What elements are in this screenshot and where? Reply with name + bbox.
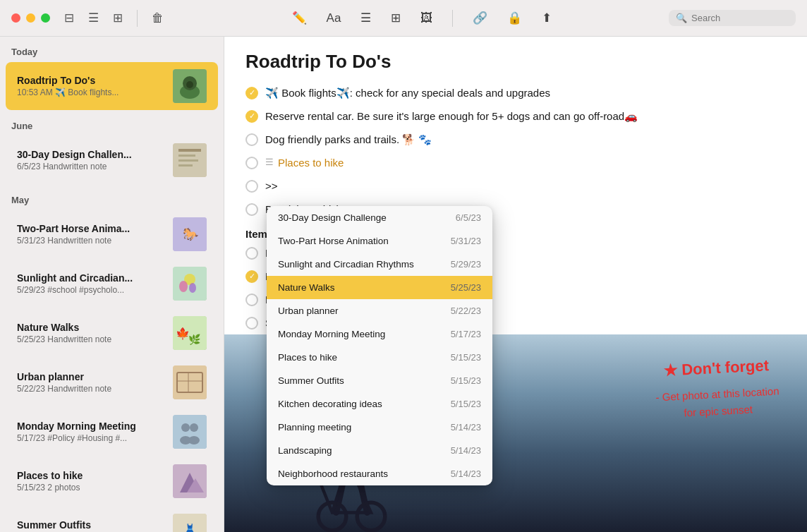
lock-icon[interactable]: 🔒 bbox=[504, 8, 525, 28]
hike-link[interactable]: Places to hike bbox=[278, 155, 344, 170]
todo-item-1: ✓ ✈️ Book flights✈️: check for any speci… bbox=[245, 85, 786, 100]
sidebar-item-horse[interactable]: Two-Part Horse Anima... 5/31/23 Handwrit… bbox=[6, 210, 218, 258]
dropdown-item-title: Neighborhood restaurants bbox=[278, 468, 388, 479]
search-input[interactable] bbox=[691, 13, 789, 23]
dropdown-item-date: 5/15/23 bbox=[451, 375, 481, 386]
main-layout: Today Roadtrip To Do's 10:53 AM ✈️ Book … bbox=[0, 37, 807, 532]
title-bar: ⊟ ☰ ⊞ 🗑 ✏️ Aa ☰ ⊞ 🖼 🔗 🔒 ⬆ 🔍 bbox=[0, 0, 807, 37]
note-info: Places to hike 5/15/23 2 photos bbox=[17, 470, 164, 492]
dropdown-item-2[interactable]: Sunlight and Circadian Rhythms 5/29/23 bbox=[267, 253, 492, 276]
list-view-icon[interactable]: ☰ bbox=[85, 8, 102, 28]
note-title: Places to hike bbox=[17, 470, 164, 481]
table-icon[interactable]: ⊞ bbox=[388, 8, 404, 28]
sidebar-item-nature-walks[interactable]: Nature Walks 5/25/23 Handwritten note 🍁🌿 bbox=[6, 309, 218, 357]
dropdown-item-title: Kitchen decorating ideas bbox=[278, 399, 382, 409]
list-icon: ☰ bbox=[265, 156, 274, 169]
dropdown-item-6[interactable]: Places to hike 5/15/23 bbox=[267, 346, 492, 369]
svg-point-33 bbox=[318, 502, 346, 531]
svg-text:👗: 👗 bbox=[181, 523, 199, 532]
note-subtitle: 5/29/23 #school #psycholo... bbox=[17, 285, 164, 295]
dropdown-item-4[interactable]: Urban planner 5/22/23 bbox=[267, 299, 492, 322]
todo-text: Reserve rental car. Be sure it's large e… bbox=[265, 109, 638, 123]
note-thumbnail bbox=[173, 69, 207, 103]
collaborate-icon[interactable]: 🔗 bbox=[470, 8, 490, 28]
note-thumbnail bbox=[173, 415, 207, 449]
todo-checkbox[interactable]: ✓ bbox=[245, 270, 258, 283]
share-icon[interactable]: ⬆ bbox=[539, 8, 554, 28]
note-info: Two-Part Horse Anima... 5/31/23 Handwrit… bbox=[17, 223, 164, 246]
note-subtitle: 5/15/23 2 photos bbox=[17, 483, 164, 492]
svg-point-34 bbox=[357, 502, 385, 531]
dropdown-item-title: Two-Part Horse Animation bbox=[278, 236, 389, 246]
todo-text: ✈️ Book flights✈️: check for any special… bbox=[265, 85, 550, 100]
sidebar-item-sunlight[interactable]: Sunlight and Circadian... 5/29/23 #schoo… bbox=[6, 260, 218, 308]
dropdown-item-1[interactable]: Two-Part Horse Animation 5/31/23 bbox=[267, 229, 492, 253]
note-thumbnail bbox=[173, 267, 207, 301]
new-note-icon[interactable]: ✏️ bbox=[289, 8, 310, 28]
note-subtitle: 5/17/23 #Policy #Housing #... bbox=[17, 433, 164, 443]
dropdown-item-title: Nature Walks bbox=[278, 282, 335, 293]
font-icon[interactable]: Aa bbox=[324, 8, 344, 28]
dropdown-item-8[interactable]: Kitchen decorating ideas 5/15/23 bbox=[267, 392, 492, 416]
note-subtitle: 6/5/23 Handwritten note bbox=[17, 162, 164, 171]
todo-text-link-wrapper: ☰ Places to hike bbox=[265, 155, 344, 170]
dropdown-item-date: 5/14/23 bbox=[451, 468, 481, 479]
dropdown-item-date: 5/29/23 bbox=[451, 259, 481, 270]
svg-rect-6 bbox=[178, 155, 195, 157]
dropdown-item-9[interactable]: Planning meeting 5/14/23 bbox=[267, 416, 492, 439]
section-may: May bbox=[0, 185, 224, 210]
toolbar-separator bbox=[137, 10, 138, 27]
delete-icon[interactable]: 🗑 bbox=[149, 8, 166, 28]
svg-point-24 bbox=[190, 423, 198, 432]
sidebar-item-roadtrip[interactable]: Roadtrip To Do's 10:53 AM ✈️ Book flight… bbox=[6, 62, 218, 110]
sidebar-item-urban[interactable]: Urban planner 5/22/23 Handwritten note bbox=[6, 358, 218, 406]
svg-point-14 bbox=[189, 283, 196, 293]
svg-rect-5 bbox=[178, 149, 201, 152]
dropdown-item-title: Places to hike bbox=[278, 352, 337, 363]
todo-checkbox[interactable] bbox=[245, 157, 258, 169]
dropdown-item-date: 5/25/23 bbox=[451, 282, 481, 293]
dropdown-item-11[interactable]: Neighborhood restaurants 5/14/23 bbox=[267, 462, 492, 485]
note-thumbnail: 🐎 bbox=[173, 217, 207, 251]
dropdown-item-date: 5/15/23 bbox=[451, 399, 481, 409]
note-info: Summer Outfits 5/15/23 bbox=[17, 519, 164, 532]
search-icon: 🔍 bbox=[676, 13, 687, 23]
minimize-button[interactable] bbox=[26, 13, 35, 23]
checklist-icon[interactable]: ☰ bbox=[358, 8, 374, 28]
todo-checkbox[interactable] bbox=[245, 294, 258, 306]
todo-checkbox[interactable] bbox=[245, 317, 258, 330]
svg-rect-18 bbox=[173, 365, 207, 399]
media-icon[interactable]: 🖼 bbox=[418, 8, 435, 28]
maximize-button[interactable] bbox=[41, 13, 50, 23]
dropdown-item-7[interactable]: Summer Outfits 5/15/23 bbox=[267, 369, 492, 392]
svg-text:🌿: 🌿 bbox=[188, 334, 201, 346]
todo-checkbox[interactable] bbox=[245, 203, 258, 216]
grid-view-icon[interactable]: ⊞ bbox=[110, 8, 126, 28]
todo-checkbox[interactable]: ✓ bbox=[245, 87, 258, 99]
sidebar-item-30day[interactable]: 30-Day Design Challen... 6/5/23 Handwrit… bbox=[6, 136, 218, 184]
note-thumbnail bbox=[173, 365, 207, 399]
todo-checkbox[interactable] bbox=[245, 247, 258, 260]
dont-forget-line1: ★ Don't forget bbox=[654, 352, 779, 383]
todo-checkbox[interactable] bbox=[245, 133, 258, 146]
todo-item-5: >> bbox=[245, 179, 786, 193]
dropdown-item-5[interactable]: Monday Morning Meeting 5/17/23 bbox=[267, 322, 492, 346]
todo-checkbox[interactable] bbox=[245, 180, 258, 193]
toolbar-center: ✏️ Aa ☰ ⊞ 🖼 🔗 🔒 ⬆ bbox=[175, 8, 669, 28]
dropdown-item-0[interactable]: 30-Day Design Challenge 6/5/23 bbox=[267, 206, 492, 229]
search-box[interactable]: 🔍 bbox=[669, 10, 796, 26]
todo-checkbox[interactable]: ✓ bbox=[245, 110, 258, 123]
sidebar-item-outfits[interactable]: Summer Outfits 5/15/23 👗 bbox=[6, 507, 218, 532]
close-button[interactable] bbox=[11, 13, 20, 23]
dropdown-item-date: 6/5/23 bbox=[456, 212, 481, 223]
sidebar-item-hike[interactable]: Places to hike 5/15/23 2 photos bbox=[6, 457, 218, 505]
dropdown-item-10[interactable]: Landscaping 5/14/23 bbox=[267, 439, 492, 462]
sidebar-item-monday[interactable]: Monday Morning Meeting 5/17/23 #Policy #… bbox=[6, 408, 218, 456]
note-info: Urban planner 5/22/23 Handwritten note bbox=[17, 371, 164, 394]
note-subtitle: 5/25/23 Handwritten note bbox=[17, 334, 164, 344]
dropdown-item-date: 5/14/23 bbox=[451, 445, 481, 456]
svg-text:🍁: 🍁 bbox=[176, 327, 190, 340]
dropdown-item-3[interactable]: Nature Walks 5/25/23 bbox=[267, 276, 492, 299]
note-title: Two-Part Horse Anima... bbox=[17, 223, 164, 234]
sidebar-toggle-icon[interactable]: ⊟ bbox=[61, 8, 77, 28]
